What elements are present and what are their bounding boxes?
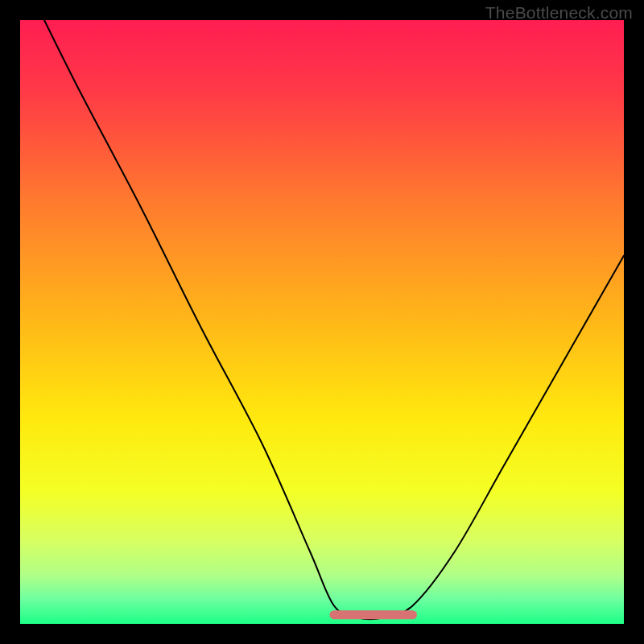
watermark-text: TheBottleneck.com — [485, 3, 633, 23]
plot-area — [20, 20, 624, 624]
bottleneck-curve — [20, 20, 624, 624]
chart-frame: TheBottleneck.com — [0, 0, 644, 644]
